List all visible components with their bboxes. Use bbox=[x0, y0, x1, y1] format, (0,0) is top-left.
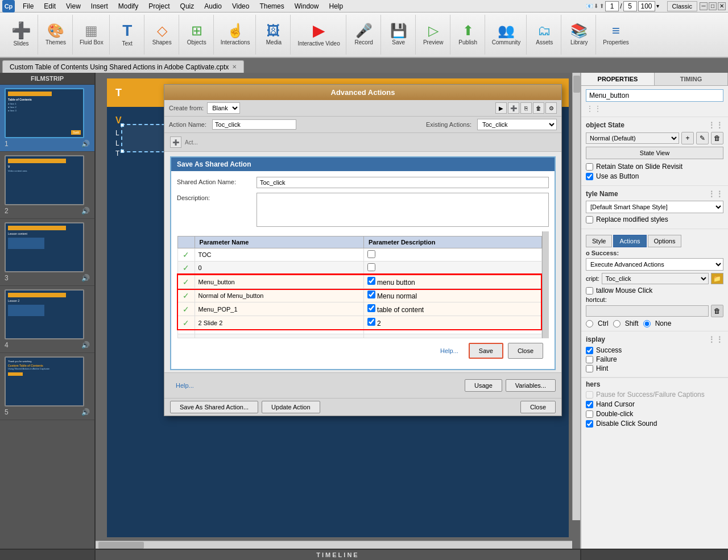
properties-toolbar-btn[interactable]: ≡ Properties bbox=[599, 16, 632, 53]
existing-actions-select[interactable]: Toc_click bbox=[477, 119, 557, 130]
shift-radio[interactable] bbox=[613, 320, 621, 327]
style-options-dots[interactable]: ⋮⋮ bbox=[708, 189, 723, 198]
filmstrip-slide-5[interactable]: Thank you for watching Custom Table of C… bbox=[0, 353, 94, 420]
options-dots[interactable]: ⋮⋮ bbox=[586, 104, 602, 113]
canvas-scrollbar-h[interactable] bbox=[96, 541, 572, 549]
record-btn[interactable]: 🎤 Record bbox=[350, 16, 378, 53]
create-from-select[interactable]: Blank bbox=[207, 102, 240, 114]
fluidbox-btn[interactable]: ▦ Fluid Box bbox=[76, 16, 107, 53]
description-input[interactable] bbox=[257, 193, 549, 227]
filmstrip-slide-2[interactable]: V Video content area 2 🔊 bbox=[0, 152, 94, 219]
action-name-input[interactable] bbox=[212, 119, 296, 130]
menu-video[interactable]: Video bbox=[228, 1, 254, 11]
community-btn[interactable]: 👥 Community bbox=[489, 16, 524, 53]
style-select[interactable]: [Default Smart Shape Style] bbox=[586, 201, 723, 213]
retain-state-checkbox[interactable] bbox=[586, 163, 593, 171]
maximize-btn[interactable]: □ bbox=[709, 2, 717, 10]
add-state-btn[interactable]: + bbox=[681, 132, 694, 144]
options-tab[interactable]: Options bbox=[648, 235, 682, 247]
canvas-scrollbar-v[interactable] bbox=[572, 73, 580, 520]
objects-btn[interactable]: ⊞ Objects bbox=[183, 16, 211, 53]
save-btn[interactable]: 💾 Save bbox=[384, 16, 413, 53]
state-options-dots[interactable]: ⋮⋮ bbox=[708, 121, 723, 130]
variables-btn[interactable]: Variables... bbox=[506, 379, 556, 392]
document-tab[interactable]: Custom Table of Contents Using Shared Ac… bbox=[2, 60, 244, 73]
shapes-btn[interactable]: ◇ Shapes bbox=[148, 16, 176, 53]
menu-insert[interactable]: Insert bbox=[86, 1, 113, 11]
menu-themes[interactable]: Themes bbox=[255, 1, 288, 11]
pause-checkbox[interactable] bbox=[586, 391, 593, 399]
menu-window[interactable]: Window bbox=[290, 1, 324, 11]
filmstrip-slide-4[interactable]: Lesson 2 4 🔊 bbox=[0, 286, 94, 353]
param-checkbox-4[interactable] bbox=[367, 304, 375, 312]
none-radio[interactable] bbox=[643, 320, 651, 327]
menu-help[interactable]: Help bbox=[324, 1, 348, 11]
state-view-btn[interactable]: State View bbox=[586, 147, 723, 159]
add-action-btn[interactable]: ➕ bbox=[508, 102, 519, 114]
preview-btn[interactable]: ▷ Preview bbox=[419, 16, 448, 53]
interactive-video-btn[interactable]: ▶ Interactive Video bbox=[294, 16, 343, 53]
play-btn[interactable]: ▶ bbox=[495, 102, 507, 114]
help-link-inner[interactable]: Help... bbox=[435, 343, 464, 359]
usage-btn[interactable]: Usage bbox=[465, 379, 502, 392]
param-checkbox-5[interactable] bbox=[367, 318, 375, 326]
edit-state-btn[interactable]: ✎ bbox=[696, 132, 709, 144]
object-name-input[interactable] bbox=[586, 89, 723, 102]
menu-edit[interactable]: Edit bbox=[39, 1, 60, 11]
close-dialog-btn[interactable]: Close bbox=[508, 343, 543, 359]
publish-btn[interactable]: ⬆ Publish bbox=[454, 16, 482, 53]
settings-btn[interactable]: ⚙ bbox=[545, 102, 557, 114]
classic-mode-btn[interactable]: Classic bbox=[667, 1, 697, 11]
script-select[interactable]: Toc_click bbox=[602, 273, 709, 284]
help-link-bottom[interactable]: Help... bbox=[170, 378, 200, 393]
hint-checkbox[interactable] bbox=[586, 365, 593, 372]
param-checkbox-0[interactable] bbox=[367, 250, 375, 258]
param-checkbox-1[interactable] bbox=[367, 263, 375, 271]
current-slide[interactable]: 1 bbox=[605, 1, 619, 11]
assets-btn[interactable]: 🗂 Assets bbox=[530, 16, 559, 53]
save-dialog-btn[interactable]: Save bbox=[469, 343, 503, 359]
success-checkbox[interactable] bbox=[586, 347, 593, 354]
media-btn[interactable]: 🖼 Media bbox=[259, 16, 288, 53]
param-checkbox-2[interactable] bbox=[367, 277, 375, 285]
style-tab[interactable]: Style bbox=[586, 235, 612, 247]
shared-action-name-input[interactable] bbox=[257, 177, 549, 188]
del-state-btn[interactable]: 🗑 bbox=[711, 132, 723, 144]
ctrl-radio[interactable] bbox=[586, 320, 593, 327]
menu-modify[interactable]: Modify bbox=[114, 1, 143, 11]
properties-tab[interactable]: PROPERTIES bbox=[581, 73, 655, 85]
timing-tab[interactable]: TIMING bbox=[655, 73, 728, 85]
save-as-shared-btn[interactable]: Save As Shared Action... bbox=[170, 401, 258, 413]
menu-file[interactable]: File bbox=[18, 1, 38, 11]
double-click-checkbox[interactable] bbox=[586, 410, 593, 418]
del-btn[interactable]: 🗑 bbox=[533, 102, 544, 114]
use-as-button-checkbox[interactable] bbox=[586, 173, 593, 180]
filmstrip-slide-1[interactable]: Table of Contents ● Item 1 ● Item 2 ● It… bbox=[0, 85, 94, 152]
shortcut-input[interactable] bbox=[586, 305, 709, 317]
execute-select[interactable]: Execute Advanced Actions bbox=[586, 258, 723, 271]
failure-checkbox[interactable] bbox=[586, 356, 593, 363]
disable-click-checkbox[interactable] bbox=[586, 420, 593, 428]
script-folder-btn[interactable]: 📁 bbox=[711, 273, 723, 284]
state-select[interactable]: Normal (Default) bbox=[586, 132, 679, 144]
menu-view[interactable]: View bbox=[61, 1, 85, 11]
interactions-btn[interactable]: ☝ Interactions bbox=[217, 16, 254, 53]
hand-cursor-checkbox[interactable] bbox=[586, 401, 593, 408]
params-scrollbar[interactable] bbox=[542, 231, 549, 338]
minimize-btn[interactable]: ─ bbox=[700, 2, 708, 10]
themes-btn[interactable]: 🎨 Themes bbox=[42, 16, 70, 53]
update-action-btn[interactable]: Update Action bbox=[262, 401, 320, 413]
bottom-close-btn[interactable]: Close bbox=[520, 401, 556, 413]
menu-quiz[interactable]: Quiz bbox=[176, 1, 199, 11]
text-btn[interactable]: T Text bbox=[113, 16, 142, 53]
slides-btn[interactable]: ➕ Slides bbox=[7, 16, 35, 53]
menu-project[interactable]: Project bbox=[144, 1, 174, 11]
filmstrip-slide-3[interactable]: Lesson content 3 🔊 bbox=[0, 219, 94, 286]
tab-close-btn[interactable]: ✕ bbox=[232, 64, 237, 70]
replace-modified-checkbox[interactable] bbox=[586, 216, 593, 223]
display-dots[interactable]: ⋮⋮ bbox=[708, 335, 723, 344]
library-btn[interactable]: 📚 Library bbox=[565, 16, 593, 53]
menu-audio[interactable]: Audio bbox=[200, 1, 226, 11]
close-btn[interactable]: ✕ bbox=[718, 2, 726, 10]
actions-tab[interactable]: Actions bbox=[613, 235, 646, 247]
